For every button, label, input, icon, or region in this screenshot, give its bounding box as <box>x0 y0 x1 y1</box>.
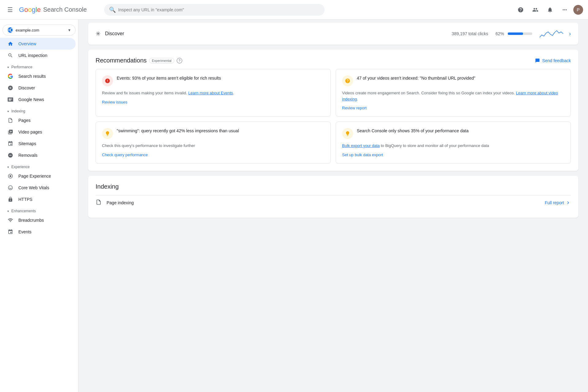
hamburger-icon[interactable]: ☰ <box>5 4 15 16</box>
rec-perf-link[interactable]: Bulk export your data <box>342 143 380 148</box>
logo: Google Search Console <box>19 6 87 14</box>
sidebar-item-pages[interactable]: Pages <box>0 115 76 126</box>
rec-events-icon <box>102 75 113 86</box>
sidebar-item-google-news[interactable]: Google News <box>0 94 76 105</box>
page-indexing-icon <box>96 199 102 207</box>
breadcrumbs-label: Breadcrumbs <box>18 218 44 223</box>
sidebar-item-sitemaps[interactable]: Sitemaps <box>0 138 76 149</box>
site-globe-icon <box>8 27 13 33</box>
discover-percent: 62% <box>496 31 504 36</box>
discover-row: ✳ Discover 389,197 total clicks 62% › <box>88 23 578 45</box>
sidebar-item-overview[interactable]: Overview <box>0 38 76 50</box>
discover-label: Discover <box>18 85 35 90</box>
logo-o2: o <box>28 6 32 13</box>
experimental-badge: Experimental <box>149 58 174 63</box>
video-pages-label: Video pages <box>18 130 42 134</box>
rec-events-title: Events: 93% of your items aren't eligibl… <box>117 75 221 81</box>
svg-point-3 <box>8 186 13 190</box>
rec-perf-desc-post: to BigQuery to store and monitor all of … <box>380 143 489 148</box>
site-selector-arrow-icon: ▾ <box>68 28 70 32</box>
rec-query-title: "swimming": query recently got 42% less … <box>117 128 239 134</box>
logo-o1: o <box>24 6 28 13</box>
notifications-icon[interactable] <box>544 4 556 16</box>
search-icon: 🔍 <box>109 6 116 13</box>
video-pages-icon <box>7 129 13 135</box>
rec-perf-icon <box>342 128 353 139</box>
page-indexing-label: Page indexing <box>107 200 545 205</box>
search-input[interactable] <box>118 7 320 12</box>
sidebar: example.com ▾ Overview URL inspection ▾ … <box>0 20 78 225</box>
full-report-link[interactable]: Full report <box>545 200 571 205</box>
rec-card-perf-header: Search Console only shows 35% of your pe… <box>342 128 564 139</box>
logo-g: G <box>19 6 24 13</box>
rec-card-events-header: Events: 93% of your items aren't eligibl… <box>102 75 324 86</box>
rec-events-action[interactable]: Review issues <box>102 100 324 104</box>
indexing-section-header[interactable]: ▾ Indexing <box>0 105 78 115</box>
logo-search-console: Search Console <box>43 6 87 13</box>
sidebar-item-video-pages[interactable]: Video pages <box>0 126 76 138</box>
google-news-label: Google News <box>18 97 44 102</box>
sidebar-item-search-results[interactable]: Search results <box>0 70 76 82</box>
rec-card-videos-header: 47 of your videos aren't indexed: "No th… <box>342 75 564 86</box>
rec-card-query: "swimming": query recently got 42% less … <box>96 122 331 164</box>
send-feedback-button[interactable]: Send feedback <box>535 58 571 63</box>
sidebar-item-discover[interactable]: Discover <box>0 82 76 94</box>
rec-events-desc-pre: Review and fix issues making your items … <box>102 91 188 95</box>
search-bar[interactable]: 🔍 <box>104 4 325 16</box>
recommendations-header: Recommendations Experimental ? Send feed… <box>96 57 571 64</box>
rec-events-desc: Review and fix issues making your items … <box>102 90 324 96</box>
people-icon[interactable] <box>529 4 541 16</box>
removals-label: Removals <box>18 153 37 158</box>
recommendations-grid: Events: 93% of your items aren't eligibl… <box>96 69 571 164</box>
rec-videos-action[interactable]: Review report <box>342 106 564 110</box>
sidebar-item-breadcrumbs[interactable]: Breadcrumbs <box>0 214 76 225</box>
discover-progress-fill <box>508 32 523 35</box>
enhancements-header-label: Enhancements <box>11 209 36 213</box>
full-report-chevron-icon <box>565 200 571 205</box>
rec-card-events: Events: 93% of your items aren't eligibl… <box>96 69 331 117</box>
rec-videos-icon <box>342 75 353 86</box>
overview-label: Overview <box>18 41 36 46</box>
discover-chevron-icon[interactable]: › <box>569 31 571 37</box>
google-news-icon <box>7 97 13 102</box>
home-icon <box>7 41 13 47</box>
performance-section-header[interactable]: ▾ Performance <box>0 61 78 70</box>
avatar[interactable]: P <box>573 5 583 15</box>
rec-perf-title: Search Console only shows 35% of your pe… <box>357 128 469 134</box>
rec-query-desc: Check this query's performance to invest… <box>102 143 324 149</box>
pages-label: Pages <box>18 118 31 123</box>
recommendations-title: Recommendations <box>96 57 147 64</box>
breadcrumbs-icon <box>7 217 13 223</box>
discover-total-clicks: 389,197 total clicks <box>452 31 488 36</box>
rec-card-performance: Search Console only shows 35% of your pe… <box>336 122 571 164</box>
collapse-icon: ▾ <box>7 66 9 69</box>
enhancements-section-header[interactable]: ▾ Enhancements <box>0 205 78 214</box>
apps-icon[interactable] <box>559 4 571 16</box>
rec-videos-desc-pre: Videos create more engagement on Search.… <box>342 91 516 95</box>
rec-query-action[interactable]: Check query performance <box>102 153 324 157</box>
rec-query-desc-text: Check this query's performance to invest… <box>102 143 195 148</box>
indexing-section: Indexing Page indexing Full report <box>88 176 578 218</box>
indexing-header-label: Indexing <box>11 109 25 113</box>
main-content: Overview ✳ Discover 389,197 total clicks… <box>78 0 588 225</box>
sidebar-item-removals[interactable]: Removals <box>0 149 76 161</box>
discover-progress-bar <box>508 32 532 35</box>
sidebar-item-url-inspection[interactable]: URL inspection <box>0 50 76 61</box>
core-web-vitals-icon <box>7 185 13 190</box>
google-g-icon <box>7 74 13 79</box>
experience-section-header[interactable]: ▾ Experience <box>0 161 78 170</box>
recommendations-title-group: Recommendations Experimental ? <box>96 57 182 64</box>
sidebar-item-page-experience[interactable]: Page Experience <box>0 170 76 182</box>
site-selector[interactable]: example.com ▾ <box>2 24 76 36</box>
performance-header-label: Performance <box>11 65 32 69</box>
rec-events-link[interactable]: Learn more about Events <box>188 91 233 95</box>
help-icon[interactable] <box>514 4 527 16</box>
rec-videos-desc-post: . <box>357 97 358 101</box>
discover-row-icon: ✳ <box>96 30 101 37</box>
sidebar-item-core-web-vitals[interactable]: Core Web Vitals <box>0 182 76 194</box>
rec-perf-action[interactable]: Set up bulk data export <box>342 153 564 157</box>
recommendations-help-icon[interactable]: ? <box>177 58 182 63</box>
sidebar-item-https[interactable]: HTTPS <box>0 194 76 205</box>
feedback-icon <box>535 58 540 63</box>
sitemaps-icon <box>7 141 13 146</box>
